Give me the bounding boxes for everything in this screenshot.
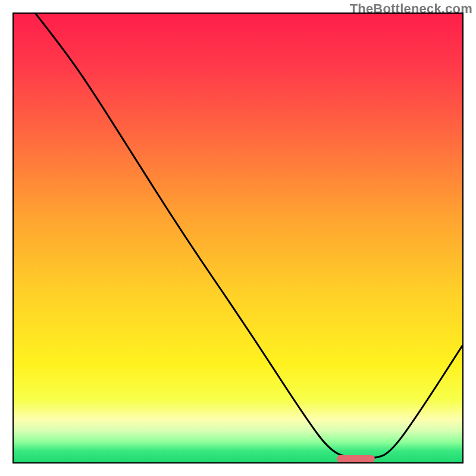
chart-frame: TheBottleneck.com [0,0,476,476]
plot-area [12,12,464,464]
bottleneck-curve [14,14,462,462]
optimal-range-marker [337,455,375,462]
